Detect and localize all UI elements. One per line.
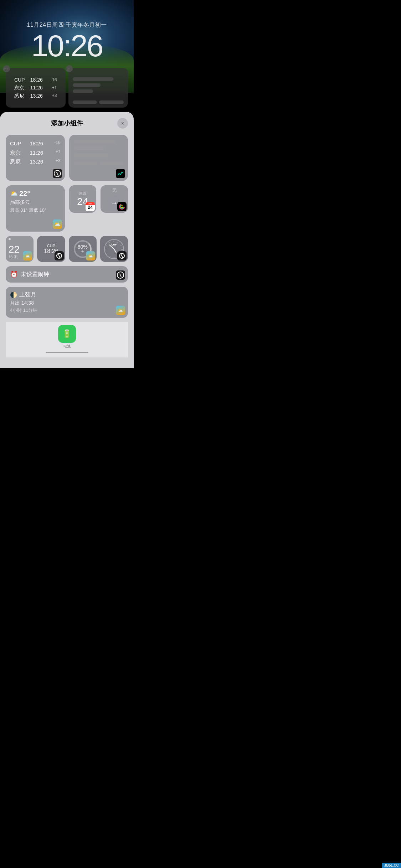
tick-8 — [106, 253, 108, 254]
widget-umbrella[interactable]: 60% ☂ ⛅ — [69, 236, 97, 262]
tick-10 — [106, 245, 108, 246]
widget-calendar-small[interactable]: 周四 24 周四 24 — [69, 185, 97, 213]
tick-2 — [120, 245, 122, 246]
clock-app-badge — [53, 169, 62, 178]
weather-app-badge: ⛅ — [53, 219, 62, 229]
clock-minute-hand — [57, 174, 58, 176]
placeholder-line-2 — [73, 83, 101, 87]
widget-stocks-placeholder[interactable] — [69, 135, 128, 181]
tick-11 — [109, 242, 110, 243]
diff-3: +3 — [46, 92, 57, 99]
add-widget-sheet: 添加小组件 × CUP 18:26 -16 东京 11:26 +1 悉尼 — [0, 112, 134, 368]
alarm-clock-face — [117, 272, 124, 279]
stocks-cell-1 — [74, 161, 97, 165]
home-indicator — [46, 352, 88, 353]
alarm-minute-hand — [120, 275, 122, 278]
tick-9 — [105, 250, 107, 250]
wcw-row-1: CUP 18:26 -16 — [10, 139, 61, 148]
lockscreen-clock-row-2: 东京 11:26 +1 — [14, 84, 57, 92]
alarm-title: ⏰ 未设置闹钟 — [10, 270, 124, 278]
remove-widget-right[interactable]: − — [66, 65, 73, 72]
moon-time-until: 4小时 11分钟 — [10, 307, 124, 314]
widget-cup-small[interactable]: CUP 18:26 — [37, 236, 65, 262]
moon-phase-label: 上弦月 — [19, 291, 36, 299]
home-area: 🔋 电池 — [6, 322, 128, 357]
placeholder-block-2 — [99, 100, 124, 104]
moon-weather-badge: ⛅ — [116, 306, 125, 315]
moon-phase-icon: 🌓 — [10, 291, 17, 298]
tick-12 — [114, 241, 114, 242]
weather-temp: 22° — [19, 190, 30, 198]
placeholder-line-3 — [73, 89, 93, 93]
widget-moon[interactable]: 🌓 上弦月 月出 14:38 4小时 11分钟 ⛅ — [6, 287, 128, 318]
no-label: 无 — [112, 187, 117, 193]
clock-face-icon — [54, 170, 61, 177]
widget-alarm[interactable]: ⏰ 未设置闹钟 — [6, 266, 128, 283]
widget-arrow[interactable]: 无 → — [101, 185, 128, 213]
lockscreen-widget-right[interactable]: − — [68, 68, 128, 108]
calendar-badge-icon: 周四 24 — [86, 202, 95, 211]
weather-cloud-icon: ⛅ — [10, 190, 18, 197]
widget-temp-small[interactable]: 22 18 31 ⛅ — [6, 236, 34, 262]
widget-cup-clock[interactable]: CUP — [100, 236, 128, 262]
wcw-row-2: 东京 11:26 +1 — [10, 148, 61, 157]
umbrella-percent: 60% — [78, 244, 88, 250]
tick-6 — [114, 257, 114, 259]
sheet-header: 添加小组件 × — [6, 119, 128, 128]
clock-badge-cup — [55, 251, 64, 260]
analog-clock-badge-face — [119, 253, 125, 259]
lockscreen-clock-row-3: 悉尼 13:26 +3 — [14, 92, 57, 100]
time-1: 18:26 — [29, 76, 45, 84]
battery-app[interactable]: 🔋 电池 — [58, 325, 76, 349]
umbrella-weather-badge: ⛅ — [86, 251, 95, 260]
lockscreen-widget-left[interactable]: − CUP 18:26 -16 东京 11:26 +1 悉尼 13:26 +3 — [6, 68, 66, 108]
analog-badge-minute — [122, 256, 123, 258]
weather-range: 最高 31° 最低 18° — [10, 207, 61, 213]
moon-title: 🌓 上弦月 — [10, 291, 124, 299]
weather-description: 局部多云 — [10, 199, 61, 206]
stocks-cell-2 — [100, 161, 123, 165]
diff-1: -16 — [46, 77, 57, 83]
time-3: 13:26 — [29, 92, 45, 100]
stocks-app-badge — [116, 169, 125, 178]
lock-time: 10:26 — [0, 30, 134, 61]
diff-2: +1 — [46, 84, 57, 91]
placeholder-line-1 — [73, 77, 114, 81]
stocks-line-2 — [74, 146, 104, 150]
remove-widget-left[interactable]: − — [3, 65, 10, 72]
widget-world-clock[interactable]: CUP 18:26 -16 东京 11:26 +1 悉尼 13:26 +3 — [6, 135, 65, 181]
analog-cup-label: CUP — [111, 243, 117, 246]
cup-small-label: CUP — [47, 244, 55, 248]
stocks-chart-icon — [116, 169, 125, 178]
wcw-row-3: 悉尼 13:26 +3 — [10, 157, 61, 166]
alarm-app-badge — [116, 270, 125, 280]
city-3: 悉尼 — [14, 92, 27, 100]
battery-app-icon[interactable]: 🔋 — [58, 325, 76, 343]
moon-rise-time: 月出 14:38 — [10, 300, 124, 306]
stocks-line-3 — [74, 153, 108, 157]
arrow-right-icon: → — [111, 199, 118, 207]
tick-7 — [109, 256, 110, 258]
cup-clock-face — [56, 253, 62, 259]
stocks-line-1 — [74, 140, 116, 144]
widget-weather[interactable]: ⛅ 22° 局部多云 最高 31° 最低 18° ⛅ — [6, 185, 65, 232]
cup-minute-hand — [59, 256, 60, 258]
tick-3 — [122, 249, 123, 250]
lock-date: 11月24日周四·壬寅年冬月初一 — [0, 21, 134, 29]
svg-point-2 — [121, 206, 123, 208]
alarm-clock-icon: ⏰ — [10, 270, 18, 278]
calendar-badge-header: 周四 — [86, 202, 95, 205]
close-sheet-button[interactable]: × — [117, 118, 128, 129]
time-2: 11:26 — [29, 84, 45, 92]
fitness-badge-icon — [117, 202, 127, 211]
weather-badge-small: ⛅ — [23, 251, 32, 260]
tick-1 — [118, 242, 119, 243]
lockscreen-clock-row-1: CUP 18:26 -16 — [14, 76, 57, 84]
city-2: 东京 — [14, 84, 27, 92]
city-1: CUP — [14, 76, 27, 84]
battery-app-label: 电池 — [58, 344, 76, 349]
placeholder-block-1 — [73, 100, 97, 104]
calendar-badge-num: 24 — [88, 205, 93, 210]
fitness-app-badge — [117, 202, 127, 211]
alarm-label: 未设置闹钟 — [21, 271, 49, 278]
